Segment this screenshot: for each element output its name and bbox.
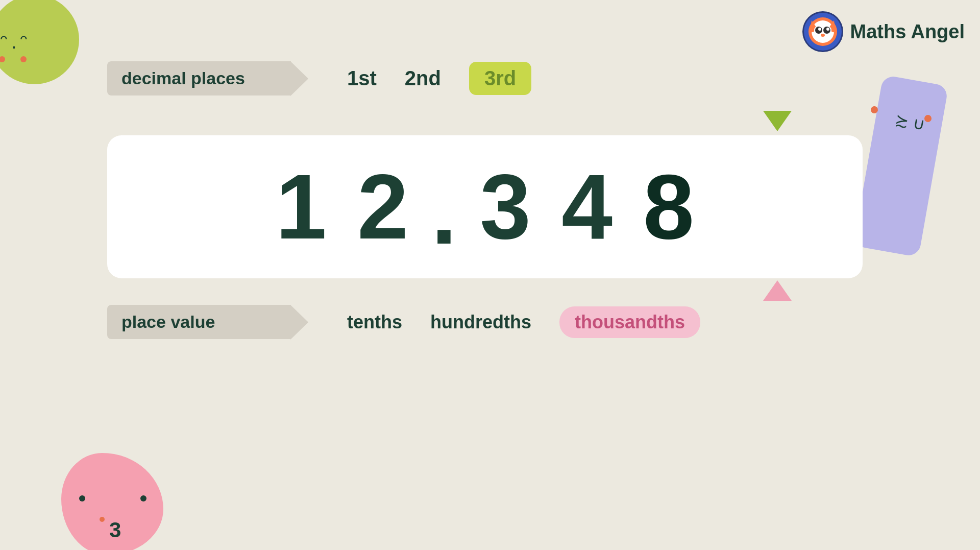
bottom-row: place value tenths hundredths thousandth…: [107, 305, 863, 339]
logo-avatar-svg: [807, 16, 838, 47]
main-content: decimal places 1st 2nd 3rd 1 2 . 3 4 8 p…: [107, 61, 863, 339]
green-blob-decoration: ᵔ.ᵔ: [0, 0, 79, 84]
digit-8-highlight: 8: [628, 161, 709, 253]
logo-name: Maths Angel: [850, 21, 965, 43]
logo-area: Maths Angel: [802, 11, 965, 52]
purple-blob-decoration: [853, 75, 948, 257]
pink-blob-dot2: [140, 495, 146, 501]
svg-point-8: [826, 28, 829, 31]
digit-4: 4: [546, 161, 628, 253]
number-card: 1 2 . 3 4 8: [107, 135, 863, 278]
place-value-label: place value: [107, 305, 291, 339]
arrow-up-area: [107, 278, 863, 305]
decimal-place-1st: 1st: [347, 67, 377, 90]
decimal-places-text: decimal places: [121, 68, 245, 88]
place-value-tenths: tenths: [347, 312, 402, 333]
arrow-down-indicator: [763, 111, 792, 131]
place-value-hundredths: hundredths: [430, 312, 531, 333]
purple-blob-dot2: [924, 115, 932, 122]
digit-1: 1: [260, 161, 342, 253]
digit-2: 2: [342, 161, 424, 253]
top-row: decimal places 1st 2nd 3rd: [107, 61, 863, 95]
decimal-point: .: [424, 166, 464, 258]
logo-avatar: [802, 11, 843, 52]
pink-blob-number: 3: [109, 518, 121, 542]
digit-3: 3: [464, 161, 546, 253]
pink-blob-dot3: [100, 517, 105, 522]
decimal-places-label: decimal places: [107, 61, 291, 95]
decimal-place-2nd: 2nd: [405, 67, 441, 90]
logo-avatar-inner: [804, 13, 842, 51]
place-value-thousandths-highlight: thousandths: [559, 306, 700, 338]
place-value-items: tenths hundredths thousandths: [347, 306, 700, 338]
svg-point-10: [821, 34, 825, 37]
green-blob-dots: [0, 56, 27, 62]
green-blob-face: ᵔ.ᵔ: [0, 31, 31, 53]
svg-point-7: [818, 28, 821, 31]
arrow-up-indicator: [763, 280, 792, 301]
decimal-place-3rd-highlight: 3rd: [469, 62, 531, 95]
arrow-down-area: [107, 110, 863, 135]
decimal-place-items: 1st 2nd 3rd: [347, 62, 531, 95]
place-value-text: place value: [121, 312, 215, 332]
pink-blob-dot1: [79, 495, 85, 501]
number-display: 1 2 . 3 4 8: [260, 156, 709, 258]
